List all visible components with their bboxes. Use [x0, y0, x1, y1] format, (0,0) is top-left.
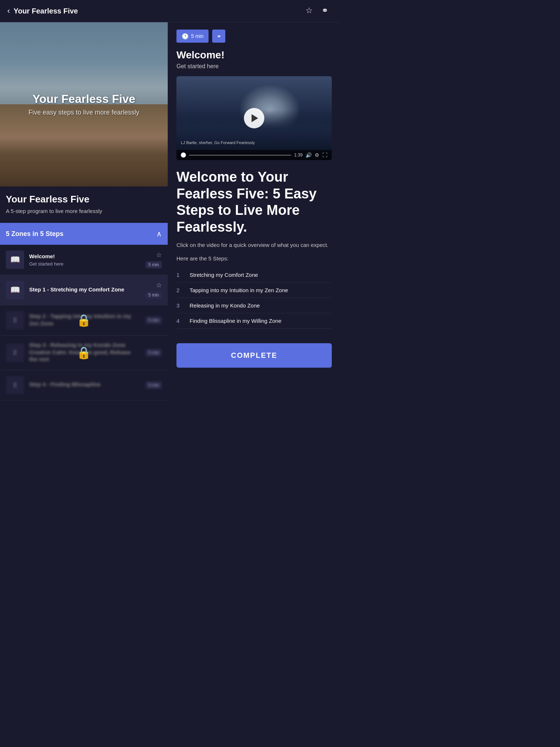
hero-subtitle: Five easy steps to live more fearlessly: [28, 109, 139, 116]
main-layout: Your Fearless Five Five easy steps to li…: [0, 22, 339, 400]
time-badge-step1: 5 min: [145, 291, 162, 299]
video-control-icons: 🔊 ⚙ ⛶: [306, 152, 327, 158]
clock-icon: 🕐: [182, 33, 189, 40]
video-player[interactable]: LJ Bartle, she/her, Go Forward Fearlessl…: [176, 76, 332, 160]
time-badge-step3: 5 min: [145, 349, 162, 356]
play-triangle-icon: [252, 114, 258, 122]
course-item-step1[interactable]: 📖 Step 1 - Stretching my Comfort Zone ☆ …: [0, 275, 168, 305]
time-badge-welcome: 5 min: [145, 261, 162, 268]
step-item-1: 1 Stretching my Comfort Zone: [176, 267, 332, 283]
video-thumbnail: LJ Bartle, she/her, Go Forward Fearlessl…: [176, 76, 332, 160]
step-item-2: 2 Tapping into my Intuition in my Zen Zo…: [176, 283, 332, 298]
course-right-step2: 5 min: [145, 317, 162, 324]
course-right-welcome: ☆ 5 min: [145, 251, 162, 268]
progress-dot: [181, 152, 186, 158]
welcome-subheading: Get started here: [176, 63, 332, 70]
course-list: 📖 Welcome! Get started here ☆ 5 min 📖 St…: [0, 245, 168, 400]
chevron-up-icon: ∧: [156, 229, 162, 238]
course-item-welcome[interactable]: 📖 Welcome! Get started here ☆ 5 min: [0, 245, 168, 275]
hero-image: Your Fearless Five Five easy steps to li…: [0, 22, 168, 186]
course-icon-step2: ⏸: [6, 311, 24, 329]
step-number-2: 2: [176, 287, 184, 293]
course-icon-step1: 📖: [6, 281, 24, 299]
course-title-step1: Step 1 - Stretching my Comfort Zone: [29, 286, 140, 293]
course-content-step4: Step 4 - Finding Blissapline: [29, 381, 140, 389]
star-icon-step1[interactable]: ☆: [156, 281, 162, 289]
course-item-step2: ⏸ Step 2 - Tapping into my Intuition in …: [0, 305, 168, 336]
time-tag-label: 5 min: [191, 33, 203, 39]
play-button[interactable]: [244, 108, 264, 128]
progress-bar[interactable]: [189, 155, 291, 156]
left-column: Your Fearless Five Five easy steps to li…: [0, 22, 168, 400]
video-caption: LJ Bartle, she/her, Go Forward Fearlessl…: [181, 140, 255, 145]
course-content-welcome: Welcome! Get started here: [29, 253, 140, 267]
step-number-1: 1: [176, 272, 184, 278]
step-item-4: 4 Finding Blissapline in my Willing Zone: [176, 313, 332, 329]
program-title: Your Fearless Five: [6, 194, 162, 205]
step-item-3: 3 Releasing in my Kondo Zone: [176, 298, 332, 313]
course-item-step4: ⏸ Step 4 - Finding Blissapline 5 min: [0, 370, 168, 400]
main-heading: Welcome to Your Fearless Five: 5 Easy St…: [176, 169, 332, 235]
course-title-step3: Step 3 - Releasing in my Kondo Zone Crea…: [29, 341, 140, 363]
course-title-welcome: Welcome!: [29, 253, 140, 260]
settings-icon[interactable]: ⚙: [315, 152, 319, 158]
step-label-2: Tapping into my Intuition in my Zen Zone: [190, 287, 288, 293]
time-badge-step4: 5 min: [145, 382, 162, 389]
welcome-heading: Welcome!: [176, 49, 332, 61]
header-title: Your Fearless Five: [13, 7, 78, 15]
step-number-4: 4: [176, 318, 184, 324]
course-right-step4: 5 min: [145, 382, 162, 389]
course-icon-welcome: 📖: [6, 251, 24, 269]
course-subtitle-welcome: Get started here: [29, 261, 140, 267]
hero-text: Your Fearless Five Five easy steps to li…: [21, 85, 147, 124]
time-display: 1:39: [294, 152, 303, 158]
link-tag-icon: ⚭: [217, 33, 221, 40]
time-tag: 🕐 5 min: [176, 30, 209, 43]
step-label-4: Finding Blissapline in my Willing Zone: [190, 318, 281, 324]
fullscreen-icon[interactable]: ⛶: [322, 152, 327, 158]
course-right-step3: 5 min: [145, 349, 162, 356]
steps-intro: Here are the 5 Steps:: [176, 255, 332, 262]
tags-row: 🕐 5 min ⚭: [176, 30, 332, 43]
step-label-3: Releasing in my Kondo Zone: [190, 302, 260, 309]
volume-icon[interactable]: 🔊: [306, 152, 312, 158]
right-column: 🕐 5 min ⚭ Welcome! Get started here LJ B…: [168, 22, 339, 400]
back-button[interactable]: ‹: [7, 6, 10, 16]
bookmark-icon[interactable]: ☆: [306, 6, 316, 16]
link-tag[interactable]: ⚭: [212, 30, 225, 43]
header-icons: ☆ ⚭: [306, 6, 332, 16]
header-left: ‹ Your Fearless Five: [7, 6, 78, 16]
header: ‹ Your Fearless Five ☆ ⚭: [0, 0, 339, 22]
course-content-step1: Step 1 - Stretching my Comfort Zone: [29, 286, 140, 294]
course-item-step3: ⏸ Step 3 - Releasing in my Kondo Zone Cr…: [0, 336, 168, 370]
accordion-header[interactable]: 5 Zones in 5 Steps ∧: [0, 223, 168, 245]
accordion-title: 5 Zones in 5 Steps: [6, 230, 63, 238]
course-content-step2: Step 2 - Tapping into my Intuition in my…: [29, 313, 140, 328]
time-badge-step2: 5 min: [145, 317, 162, 324]
star-icon-welcome[interactable]: ☆: [156, 251, 162, 259]
program-description: A 5-step program to live more fearlessly: [6, 208, 162, 214]
video-controls: 1:39 🔊 ⚙ ⛶: [176, 150, 332, 160]
step-label-1: Stretching my Comfort Zone: [190, 272, 258, 278]
main-description: Click on the video for a quick overview …: [176, 241, 332, 249]
course-content-step3: Step 3 - Releasing in my Kondo Zone Crea…: [29, 341, 140, 364]
steps-list: 1 Stretching my Comfort Zone 2 Tapping i…: [176, 267, 332, 329]
course-icon-step4: ⏸: [6, 376, 24, 394]
course-title-step2: Step 2 - Tapping into my Intuition in my…: [29, 313, 140, 327]
link-icon[interactable]: ⚭: [322, 6, 332, 16]
complete-button[interactable]: COMPLETE: [176, 343, 332, 368]
course-right-step1: ☆ 5 min: [145, 281, 162, 299]
course-title-step4: Step 4 - Finding Blissapline: [29, 381, 140, 388]
step-number-3: 3: [176, 302, 184, 309]
program-info: Your Fearless Five A 5-step program to l…: [0, 186, 168, 218]
course-icon-step3: ⏸: [6, 344, 24, 362]
hero-title: Your Fearless Five: [28, 92, 139, 106]
